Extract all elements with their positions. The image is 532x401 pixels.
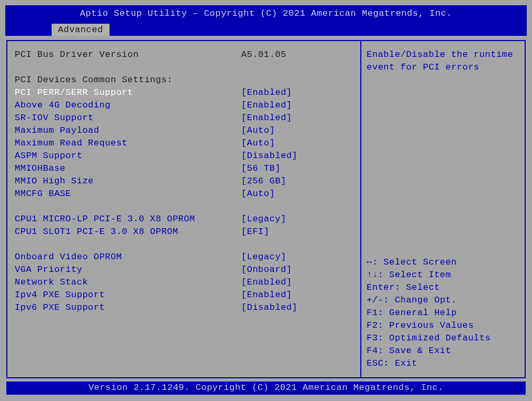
version-label: PCI Bus Driver Version [15, 48, 241, 61]
key-help-text: : General Help [378, 308, 457, 318]
setting-value: [Legacy] [241, 213, 287, 226]
arrows-lr-icon: ↔ [367, 257, 372, 267]
spacer [15, 238, 353, 251]
key-name: +/- [367, 295, 383, 305]
section-label: PCI Devices Common Settings: [15, 74, 241, 86]
spacer [15, 61, 353, 74]
key-help-text: : Select Item [378, 270, 451, 280]
key-name: F4 [367, 346, 378, 356]
setting-label: VGA Priority [15, 263, 241, 276]
key-help-line: +/-: Change Opt. [367, 294, 517, 307]
setting-value: [Auto] [241, 188, 275, 200]
setting-value: [Auto] [241, 137, 275, 150]
key-name: ESC [367, 358, 383, 368]
setting-label: MMIOHBase [15, 162, 241, 175]
setting-value: [Enabled] [241, 289, 292, 301]
setting-value: [Enabled] [241, 99, 292, 112]
setting-row[interactable]: Maximum Payload [Auto] [15, 124, 353, 137]
bios-inner: Aptio Setup Utility – Copyright (C) 2021… [5, 5, 527, 395]
setting-row[interactable]: PCI PERR/SERR Support [Enabled] [15, 86, 353, 99]
page-title: Aptio Setup Utility – Copyright (C) 2021… [5, 5, 527, 18]
setting-value: [Enabled] [241, 112, 292, 124]
setting-row[interactable]: Maximum Read Request [Auto] [15, 137, 353, 150]
setting-label: Ipv6 PXE Support [15, 301, 241, 314]
key-help-line: F4: Save & Exit [367, 345, 517, 357]
setting-value: [Enabled] [241, 276, 292, 289]
header-bar: Aptio Setup Utility – Copyright (C) 2021… [5, 5, 527, 36]
key-help-text: : Previous Values [378, 320, 474, 330]
setting-label: ASPM Support [15, 150, 241, 162]
setting-row[interactable]: MMIOHBase [56 TB] [15, 162, 353, 175]
setting-value: [Disabled] [241, 150, 298, 162]
bios-screen: Aptio Setup Utility – Copyright (C) 2021… [0, 0, 532, 401]
setting-value: [Onboard] [241, 263, 292, 276]
key-help-line: ESC: Exit [367, 357, 517, 370]
setting-row[interactable]: CPU1 MICRO-LP PCI-E 3.0 X8 OPROM [Legacy… [15, 213, 353, 226]
key-help-line: F1: General Help [367, 307, 517, 319]
key-name: F1 [367, 308, 378, 318]
key-help-text: : Optimized Defaults [378, 333, 490, 343]
key-name: F3 [367, 333, 378, 343]
setting-label: SR-IOV Support [15, 112, 241, 124]
footer-bar: Version 2.17.1249. Copyright (C) 2021 Am… [6, 382, 526, 395]
setting-row[interactable]: Ipv4 PXE Support [Enabled] [15, 289, 353, 301]
setting-label: CPU1 MICRO-LP PCI-E 3.0 X8 OPROM [15, 213, 241, 226]
main-panels: PCI Bus Driver Version A5.01.05 PCI Devi… [6, 40, 526, 378]
setting-row[interactable]: SR-IOV Support [Enabled] [15, 112, 353, 124]
setting-row[interactable]: MMIO High Size [256 GB] [15, 175, 353, 188]
tab-row: Advanced [52, 24, 110, 36]
setting-value: [256 GB] [241, 175, 287, 188]
key-help-text: : Exit [383, 358, 417, 368]
setting-value: [56 TB] [241, 162, 281, 175]
setting-value: [Auto] [241, 124, 275, 137]
key-help-line: ↑↓: Select Item [367, 269, 517, 281]
setting-row[interactable]: VGA Priority [Onboard] [15, 263, 353, 276]
setting-row[interactable]: Network Stack [Enabled] [15, 276, 353, 289]
key-help-text: : Select [395, 282, 440, 292]
settings-panel: PCI Bus Driver Version A5.01.05 PCI Devi… [7, 41, 361, 377]
setting-row[interactable]: MMCFG BASE [Auto] [15, 188, 353, 200]
key-help-text: : Change Opt. [383, 295, 457, 305]
setting-row[interactable]: Onboard Video OPROM [Legacy] [15, 251, 353, 263]
context-help-text: Enable/Disable the runtime event for PCI… [367, 48, 517, 74]
setting-label: MMIO High Size [15, 175, 241, 188]
version-row: PCI Bus Driver Version A5.01.05 [15, 48, 353, 61]
key-name: F2 [367, 320, 378, 330]
setting-value: [EFI] [241, 226, 270, 238]
setting-value: [Disabled] [241, 301, 298, 314]
key-help-line: F2: Previous Values [367, 319, 517, 332]
key-name: Enter [367, 282, 395, 292]
setting-label: CPU1 SLOT1 PCI-E 3.0 X8 OPROM [15, 226, 241, 238]
setting-label: MMCFG BASE [15, 188, 241, 200]
key-help-text: : Save & Exit [378, 346, 451, 356]
setting-label: Maximum Read Request [15, 137, 241, 150]
help-panel: Enable/Disable the runtime event for PCI… [361, 41, 525, 377]
key-help-text: : Select Screen [372, 257, 457, 267]
spacer [15, 200, 353, 213]
setting-label: Network Stack [15, 276, 241, 289]
setting-label: PCI PERR/SERR Support [15, 86, 241, 99]
tab-advanced[interactable]: Advanced [52, 24, 110, 36]
setting-label: Onboard Video OPROM [15, 251, 241, 263]
setting-value: [Enabled] [241, 86, 292, 99]
setting-row[interactable]: CPU1 SLOT1 PCI-E 3.0 X8 OPROM [EFI] [15, 226, 353, 238]
version-value: A5.01.05 [241, 48, 287, 61]
key-help-line: F3: Optimized Defaults [367, 332, 517, 345]
section-header: PCI Devices Common Settings: [15, 74, 353, 86]
key-help-block: ↔: Select Screen ↑↓: Select Item Enter: … [367, 256, 517, 370]
setting-value: [Legacy] [241, 251, 287, 263]
setting-label: Maximum Payload [15, 124, 241, 137]
arrows-ud-icon: ↑↓ [367, 270, 378, 280]
setting-row[interactable]: Ipv6 PXE Support [Disabled] [15, 301, 353, 314]
setting-row[interactable]: ASPM Support [Disabled] [15, 150, 353, 162]
key-help-line: ↔: Select Screen [367, 256, 517, 269]
setting-row[interactable]: Above 4G Decoding [Enabled] [15, 99, 353, 112]
key-help-line: Enter: Select [367, 281, 517, 294]
setting-label: Above 4G Decoding [15, 99, 241, 112]
setting-label: Ipv4 PXE Support [15, 289, 241, 301]
